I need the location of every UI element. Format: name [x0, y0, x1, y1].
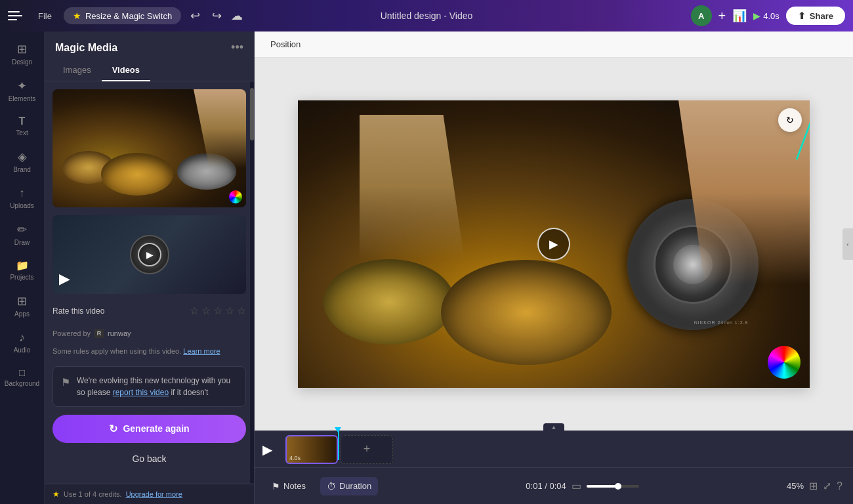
- uploads-icon: ↑: [19, 186, 25, 200]
- document-title: Untitled design - Video: [381, 10, 473, 21]
- duration-button[interactable]: ⏱ Duration: [320, 477, 378, 495]
- stats-button[interactable]: 📊: [732, 9, 747, 23]
- help-button[interactable]: ?: [837, 480, 843, 492]
- sidebar-item-text-label: Text: [16, 129, 28, 136]
- brand-icon: ◈: [18, 150, 27, 164]
- file-button[interactable]: File: [33, 9, 57, 24]
- star-3-button[interactable]: ☆: [213, 304, 222, 317]
- position-button[interactable]: Position: [265, 37, 306, 52]
- thumb-play-button[interactable]: ▶: [59, 270, 70, 287]
- refresh-icon: ↻: [786, 115, 794, 125]
- topbar: File ★ Resize & Magic Switch ↩ ↪ ☁ Untit…: [0, 0, 853, 32]
- video-thumbnail-1[interactable]: [52, 89, 246, 207]
- sidebar-item-uploads[interactable]: ↑ Uploads: [3, 181, 42, 215]
- sidebar-item-brand[interactable]: ◈ Brand: [3, 144, 42, 178]
- add-collaborator-button[interactable]: +: [718, 9, 726, 24]
- monitor-button[interactable]: ▭: [572, 480, 581, 492]
- video-secondary-display: ▶: [52, 215, 246, 294]
- feedback-text: We're evolving this new technology with …: [77, 375, 238, 398]
- share-button[interactable]: ⬆ Share: [786, 7, 845, 25]
- zoom-level: 45%: [787, 481, 804, 491]
- cloud-save-button[interactable]: ☁: [231, 9, 243, 23]
- share-icon: ⬆: [798, 10, 806, 21]
- star-1-button[interactable]: ☆: [190, 304, 199, 317]
- timeline-playhead: [338, 431, 339, 460]
- volume-slider[interactable]: [587, 485, 639, 488]
- feedback-inner: ⚑ We're evolving this new technology wit…: [61, 375, 238, 398]
- bowl-center: [441, 260, 612, 365]
- timeline-clip-duration: 4.0s: [289, 455, 301, 461]
- duration-badge-button[interactable]: ▶ 4.0s: [753, 10, 780, 21]
- sidebar-item-design[interactable]: ⊞ Design: [3, 37, 42, 71]
- timeline-add-button[interactable]: +: [341, 435, 393, 464]
- go-back-button[interactable]: Go back: [52, 448, 246, 469]
- duration-label: Duration: [339, 481, 371, 491]
- credits-text: Use 1 of 4 credits.: [64, 490, 122, 498]
- notes-button[interactable]: ⚑ Notes: [265, 477, 312, 495]
- plus-icon: +: [364, 442, 371, 456]
- learn-more-link[interactable]: Learn more: [183, 347, 220, 355]
- magic-switch-button[interactable]: ★ Resize & Magic Switch: [64, 7, 181, 24]
- grid-button[interactable]: ⊞: [809, 480, 818, 492]
- bowl-left: [323, 259, 455, 345]
- hamburger-menu-icon[interactable]: [8, 7, 26, 25]
- star-4-button[interactable]: ☆: [225, 304, 234, 317]
- canvas-refresh-button[interactable]: ↻: [778, 108, 802, 132]
- timeline-play-button[interactable]: ▶: [255, 442, 280, 457]
- panel-title: Magic Media: [55, 42, 117, 54]
- bottom-right-controls: 45% ⊞ ⤢ ?: [787, 480, 843, 492]
- magic-star-icon: ★: [73, 10, 81, 21]
- chevron-up-icon: ▲: [551, 424, 557, 430]
- sidebar-item-projects[interactable]: 📁 Projects: [3, 254, 42, 286]
- undo-button[interactable]: ↩: [188, 6, 203, 26]
- generate-label: Generate again: [123, 423, 189, 434]
- avatar-button[interactable]: A: [691, 5, 712, 26]
- play-icon: ▶: [753, 10, 760, 21]
- canvas-play-button[interactable]: ▶: [537, 228, 570, 261]
- credits-bar: ★ Use 1 of 4 credits. Upgrade for more: [45, 484, 254, 504]
- sidebar-item-draw-label: Draw: [14, 239, 30, 246]
- canvas-viewport[interactable]: NIKKOR 24mm 1:2.8 ▶ ↻: [255, 58, 853, 430]
- audio-icon: ♪: [19, 331, 25, 345]
- video-thumbnail-2[interactable]: ▶ ▶: [52, 215, 246, 294]
- panel-more-button[interactable]: •••: [231, 41, 243, 54]
- flag-icon: ⚑: [61, 376, 70, 388]
- video-background: NIKKOR 24mm 1:2.8 ▶: [298, 100, 810, 388]
- upgrade-link[interactable]: Upgrade for more: [126, 490, 182, 498]
- timeline-row: ▲ ▶ 4.0s +: [255, 430, 853, 467]
- tab-images[interactable]: Images: [52, 60, 102, 81]
- panel-header: Magic Media •••: [45, 32, 254, 60]
- topbar-actions: A + 📊 ▶ 4.0s ⬆ Share: [691, 5, 845, 26]
- topbar-left: File ★ Resize & Magic Switch ↩ ↪ ☁: [8, 6, 243, 26]
- draw-icon: ✏: [17, 222, 27, 237]
- generate-again-button[interactable]: ↻ Generate again: [52, 415, 246, 443]
- collapse-timeline-button[interactable]: ▲: [543, 423, 564, 431]
- credits-star-icon: ★: [52, 490, 60, 499]
- tab-videos[interactable]: Videos: [102, 60, 150, 81]
- magic-media-panel: Magic Media ••• Images Videos: [45, 32, 255, 504]
- feedback-box: ⚑ We're evolving this new technology wit…: [52, 366, 246, 407]
- design-icon: ⊞: [17, 42, 27, 56]
- sidebar-item-draw[interactable]: ✏ Draw: [3, 217, 42, 251]
- fullscreen-button[interactable]: ⤢: [823, 480, 831, 492]
- sidebar-item-elements[interactable]: ✦ Elements: [3, 74, 42, 108]
- sidebar-item-apps[interactable]: ⊞ Apps: [3, 289, 42, 323]
- bottom-left-controls: ⚑ Notes ⏱ Duration: [265, 477, 378, 495]
- magic-switch-label: Resize & Magic Switch: [85, 11, 172, 21]
- sidebar-item-audio[interactable]: ♪ Audio: [3, 326, 42, 359]
- sidebar-item-apps-label: Apps: [14, 310, 30, 318]
- video-play-button[interactable]: ▶: [138, 243, 161, 266]
- star-5-button[interactable]: ☆: [237, 304, 246, 317]
- runway-r-icon: R: [94, 329, 104, 338]
- hide-right-panel-button[interactable]: ‹: [843, 228, 853, 260]
- timeline-clip-1[interactable]: 4.0s: [285, 435, 338, 464]
- time-display: 0:01 / 0:04: [526, 481, 566, 491]
- star-rating: ☆ ☆ ☆ ☆ ☆: [190, 304, 246, 317]
- hand-left: [360, 115, 465, 259]
- projects-icon: 📁: [16, 259, 29, 272]
- report-video-link[interactable]: report this video: [113, 388, 169, 397]
- sidebar-item-text[interactable]: T Text: [3, 110, 42, 142]
- redo-button[interactable]: ↪: [209, 6, 224, 26]
- sidebar-item-background[interactable]: □ Background: [3, 362, 42, 392]
- star-2-button[interactable]: ☆: [201, 304, 211, 317]
